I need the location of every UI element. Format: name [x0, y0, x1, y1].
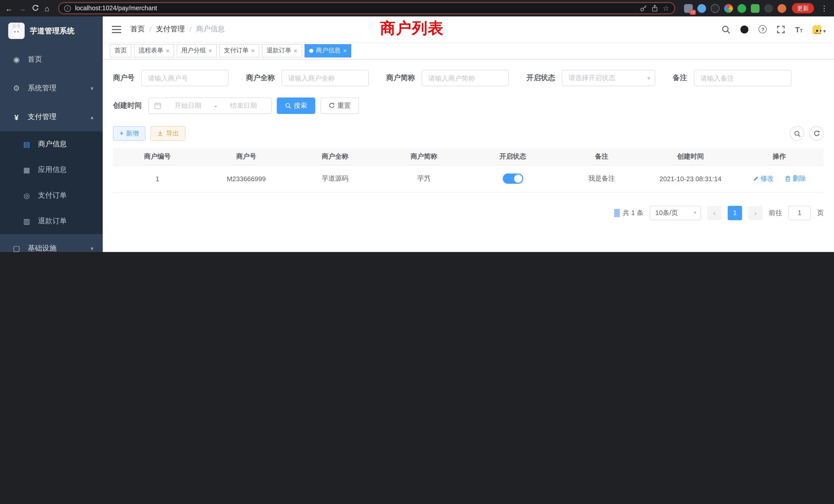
- tab-close-icon[interactable]: [166, 47, 170, 54]
- table-header-row: 商户编号 商户号 商户全称 商户简称 开启状态 备注 创建时间 操作: [113, 148, 824, 165]
- status-toggle[interactable]: [503, 174, 523, 184]
- tab-home[interactable]: 首页: [110, 44, 131, 57]
- sidebar-item-label: 基础设施: [28, 244, 57, 252]
- tab-refund-order[interactable]: 退款订单: [262, 44, 302, 57]
- reset-button-label: 重置: [337, 101, 351, 110]
- sidebar-item-infrastructure[interactable]: 基础设施: [0, 234, 103, 252]
- extension-icon[interactable]: [711, 4, 720, 13]
- password-key-icon[interactable]: [640, 5, 647, 12]
- bookmark-star-icon[interactable]: [663, 4, 669, 12]
- page-number-button[interactable]: 1: [728, 206, 742, 220]
- extension-badge: 10: [689, 9, 696, 15]
- search-button[interactable]: 搜索: [277, 97, 315, 114]
- infrastructure-icon: [10, 244, 23, 252]
- tab-pay-order[interactable]: 支付订单: [219, 44, 259, 57]
- edit-link[interactable]: 修改: [753, 174, 774, 183]
- logo[interactable]: 芋道管理系统: [0, 17, 103, 45]
- add-button-label: 新增: [126, 129, 139, 138]
- browser-home-icon[interactable]: [45, 4, 49, 12]
- sidebar-item-payment[interactable]: 支付管理: [0, 102, 103, 131]
- logo-avatar: [8, 23, 25, 39]
- cell-id: 1: [113, 165, 202, 192]
- font-size-icon[interactable]: [795, 25, 803, 33]
- help-icon[interactable]: ?: [759, 25, 767, 33]
- filter-row-1: 商户号 商户全称 商户简称 开启状态 请选择开启状态: [113, 70, 824, 86]
- show-search-button[interactable]: [790, 126, 804, 141]
- dashboard-icon: [10, 55, 23, 64]
- breadcrumb-home[interactable]: 首页: [130, 25, 145, 34]
- search-icon[interactable]: [722, 25, 730, 33]
- extensions-area: 10: [684, 4, 786, 13]
- next-page-button[interactable]: [748, 206, 763, 220]
- annotation-merchant-list: 商户列表: [380, 18, 444, 39]
- sidebar-item-app-info[interactable]: 应用信息: [0, 157, 103, 183]
- extension-icon[interactable]: [738, 4, 746, 13]
- sidebar-item-home[interactable]: 首页: [0, 45, 103, 74]
- refresh-icon: [329, 102, 335, 109]
- breadcrumb-payment[interactable]: 支付管理: [156, 25, 185, 34]
- tab-close-icon[interactable]: [343, 47, 347, 54]
- chevron-down-icon: [647, 75, 650, 81]
- chrome-update-button[interactable]: 更新: [792, 3, 814, 13]
- tab-label: 流程表单: [139, 46, 163, 55]
- user-avatar[interactable]: [812, 25, 826, 33]
- chevron-down-icon: [91, 85, 93, 92]
- hamburger-icon[interactable]: [111, 25, 126, 33]
- export-button[interactable]: 导出: [151, 126, 185, 141]
- add-button[interactable]: 新增: [113, 126, 146, 141]
- status-select[interactable]: 请选择开启状态: [562, 70, 655, 86]
- extension-icon[interactable]: [751, 4, 760, 13]
- tab-close-icon[interactable]: [251, 47, 255, 54]
- cell-remark: 我是备注: [557, 165, 646, 192]
- browser-refresh-icon[interactable]: [32, 5, 39, 12]
- date-range-picker[interactable]: 开始日期 - 结束日期: [148, 97, 272, 114]
- sidebar-item-system[interactable]: 系统管理: [0, 74, 103, 102]
- goto-prefix: 前往: [769, 208, 782, 217]
- browser-forward-icon[interactable]: [19, 4, 26, 12]
- merchant-no-input[interactable]: [141, 70, 228, 86]
- extension-icon[interactable]: [697, 4, 706, 13]
- tab-close-icon[interactable]: [208, 47, 212, 54]
- tab-close-icon[interactable]: [294, 47, 297, 54]
- col-header: 操作: [735, 148, 824, 165]
- github-icon[interactable]: [740, 25, 749, 33]
- url-text[interactable]: localhost:1024/pay/merchant: [75, 5, 636, 12]
- address-bar[interactable]: i localhost:1024/pay/merchant: [58, 2, 675, 14]
- extension-icon[interactable]: 10: [684, 4, 693, 13]
- sidebar-item-pay-order[interactable]: 支付订单: [0, 183, 103, 208]
- tab-merchant-info[interactable]: 商户信息: [305, 44, 351, 57]
- breadcrumb-current: 商户信息: [196, 25, 225, 34]
- browser-menu-icon[interactable]: [820, 4, 829, 12]
- chevron-down-icon: [91, 245, 93, 252]
- short-name-input[interactable]: [422, 70, 509, 86]
- col-header: 商户号: [202, 148, 291, 165]
- sidebar: 芋道管理系统 首页 系统管理 支付管理 商户信息: [0, 17, 103, 252]
- screen: i localhost:1024/pay/merchant 10 更新 芋道管理…: [0, 0, 834, 252]
- chevron-up-icon: [91, 114, 93, 120]
- delete-link[interactable]: 删除: [785, 174, 806, 183]
- sidebar-item-refund-order[interactable]: 退款订单: [0, 208, 103, 234]
- prev-page-button[interactable]: [707, 206, 722, 220]
- share-icon[interactable]: [652, 5, 659, 12]
- site-info-icon[interactable]: i: [64, 5, 71, 12]
- remark-input[interactable]: [694, 70, 791, 86]
- refresh-table-button[interactable]: [809, 126, 824, 141]
- goto-suffix: 页: [817, 208, 824, 217]
- browser-back-icon[interactable]: [5, 4, 13, 12]
- full-name-input[interactable]: [281, 70, 369, 86]
- chevron-down-icon: [823, 28, 826, 33]
- page-size-select[interactable]: 10条/页: [650, 206, 701, 220]
- extension-icon[interactable]: [777, 4, 786, 13]
- extension-icon[interactable]: [724, 4, 733, 13]
- tab-process-form[interactable]: 流程表单: [134, 44, 174, 57]
- extension-icon[interactable]: [764, 4, 773, 13]
- reset-button[interactable]: 重置: [321, 97, 359, 114]
- status-select-placeholder: 请选择开启状态: [569, 73, 615, 83]
- refund-order-icon: [21, 217, 33, 225]
- tab-label: 商户信息: [316, 46, 341, 55]
- fullscreen-icon[interactable]: [777, 25, 786, 33]
- tab-user-group[interactable]: 用户分组: [177, 44, 217, 57]
- sidebar-item-merchant-info[interactable]: 商户信息: [0, 131, 103, 157]
- status-label: 开启状态: [526, 73, 555, 83]
- goto-page-input[interactable]: [788, 206, 811, 220]
